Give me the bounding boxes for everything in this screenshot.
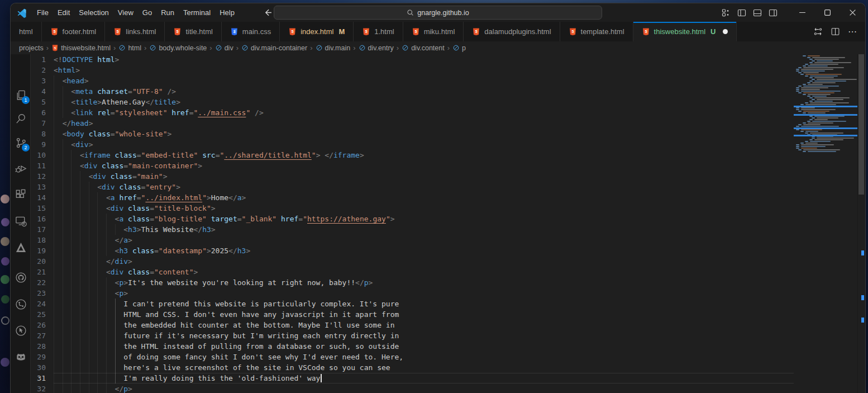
- menu-terminal[interactable]: Terminal: [179, 7, 215, 18]
- toggle-secondary-sidebar-icon[interactable]: [769, 8, 778, 17]
- symbol-element-icon: [402, 44, 409, 51]
- code-line[interactable]: 16 <a class="blog-title" target="_blank"…: [31, 214, 794, 224]
- code-line[interactable]: 12 <div class="main">: [31, 171, 794, 182]
- tab-index.html[interactable]: 5index.htmlM: [280, 22, 354, 41]
- code-line[interactable]: 27 future if it's necessary but I'm writ…: [31, 330, 794, 341]
- activitybar-run-debug[interactable]: [11, 158, 31, 178]
- code-line[interactable]: 2<html>: [31, 65, 794, 75]
- tab-footer.html[interactable]: 5footer.html: [42, 22, 106, 41]
- svg-text:3: 3: [233, 30, 235, 34]
- editor-area[interactable]: 1<!DOCTYPE html>2<html>3 <head>4 <meta c…: [31, 54, 865, 393]
- code-line[interactable]: 23 <p>: [31, 288, 794, 299]
- code-line[interactable]: 30 here's a live screenshot of the site …: [31, 362, 794, 373]
- code-line[interactable]: 11 <div class="main-container">: [31, 160, 794, 171]
- breadcrumb-div.main-container[interactable]: div.main-container: [241, 44, 307, 52]
- tab-template.html[interactable]: 5template.html: [560, 22, 633, 41]
- code-line[interactable]: 5 <title>Athene.Gay</title>: [31, 97, 794, 107]
- activitybar-search[interactable]: [11, 108, 31, 129]
- code-line[interactable]: 1<!DOCTYPE html>: [31, 54, 794, 65]
- activitybar-git-pointer[interactable]: [11, 320, 31, 340]
- desktop-icon: [1, 257, 9, 266]
- tab-miku.html[interactable]: 5miku.html: [403, 22, 464, 41]
- code-line[interactable]: 20 </div>: [31, 256, 794, 267]
- breadcrumb-p[interactable]: p: [452, 44, 466, 52]
- code-line[interactable]: 21 <div class="content">: [31, 267, 794, 277]
- code-line[interactable]: 7 </head>: [31, 118, 794, 129]
- command-center-search[interactable]: gnargle.github.io: [274, 6, 602, 20]
- code-line[interactable]: 29 of doing some fancy shit I don't see …: [31, 352, 794, 362]
- menu-help[interactable]: Help: [215, 7, 239, 18]
- breadcrumb-root[interactable]: projects: [19, 44, 44, 52]
- tab-dalamudplugins.html[interactable]: 5dalamudplugins.html: [464, 22, 560, 41]
- close-button[interactable]: [840, 3, 865, 22]
- tab-main.css[interactable]: 3main.css: [222, 22, 280, 41]
- code-line[interactable]: 31 I'm really doing this the 'old-fashio…: [31, 373, 794, 383]
- code-editor[interactable]: 1<!DOCTYPE html>2<html>3 <head>4 <meta c…: [31, 54, 794, 393]
- activitybar-github[interactable]: [11, 267, 31, 287]
- breadcrumb-div.main[interactable]: div.main: [316, 44, 351, 52]
- tab-1.html[interactable]: 51.html: [354, 22, 403, 41]
- tab-thiswebsite.html[interactable]: 5thiswebsite.htmlU: [633, 22, 737, 41]
- maximize-button[interactable]: [815, 3, 840, 22]
- code-line[interactable]: 24 I can't pretend this website is parti…: [31, 299, 794, 309]
- code-line[interactable]: 18 </a>: [31, 235, 794, 245]
- customize-layout-icon[interactable]: [722, 8, 731, 17]
- tab-links.html[interactable]: 5links.html: [105, 22, 165, 41]
- code-line[interactable]: 19 <h3 class="datestamp">2025</h3>: [31, 245, 794, 256]
- menu-run[interactable]: Run: [156, 7, 179, 18]
- code-line[interactable]: 9 <div>: [31, 139, 794, 150]
- code-line[interactable]: 6 <link rel="stylesheet" href="../main.c…: [31, 107, 794, 118]
- menu-view[interactable]: View: [113, 7, 138, 18]
- breadcrumb-div.content[interactable]: div.content: [402, 44, 445, 52]
- breadcrumb-html[interactable]: html: [118, 44, 141, 52]
- toggle-sidebar-icon[interactable]: [737, 8, 746, 17]
- back-arrow-icon[interactable]: [263, 8, 272, 17]
- line-number: 11: [31, 160, 54, 171]
- activitybar-git-graph[interactable]: [11, 294, 31, 314]
- indent-guide: [63, 330, 63, 341]
- vertical-scrollbar[interactable]: [857, 54, 865, 393]
- scrollbar-slider[interactable]: [859, 54, 864, 195]
- open-changes-icon[interactable]: [813, 27, 823, 36]
- activitybar-extensions[interactable]: [11, 184, 31, 205]
- menu-edit[interactable]: Edit: [53, 7, 74, 18]
- split-editor-icon[interactable]: [831, 27, 840, 36]
- activitybar-godot[interactable]: [11, 347, 31, 367]
- code-line[interactable]: 26 the embedded hit counter at the botto…: [31, 320, 794, 330]
- indent-guide: [97, 288, 98, 299]
- activitybar-explorer[interactable]: 1: [11, 85, 31, 105]
- code-line[interactable]: 13 <div class="entry">: [31, 182, 794, 192]
- breadcrumb-file[interactable]: 5thiswebsite.html: [51, 44, 111, 52]
- indent-guide: [63, 171, 63, 182]
- code-line[interactable]: 10 <iframe class="embed-title" src="../s…: [31, 150, 794, 160]
- breadcrumb-div[interactable]: div: [215, 44, 233, 52]
- toggle-panel-icon[interactable]: [753, 8, 762, 17]
- line-content: <h3>This Website</h3>: [54, 224, 794, 235]
- unsaved-dot-icon[interactable]: [723, 29, 728, 34]
- tab-html[interactable]: html: [11, 22, 42, 41]
- menu-go[interactable]: Go: [138, 7, 156, 18]
- code-line[interactable]: 17 <h3>This Website</h3>: [31, 224, 794, 235]
- activitybar-source-control[interactable]: 2: [11, 132, 31, 153]
- code-line[interactable]: 22 <p>It's the website you're looking at…: [31, 277, 794, 288]
- code-line[interactable]: 32 </p>: [31, 383, 794, 393]
- minimize-button[interactable]: [790, 3, 815, 22]
- minimap[interactable]: [794, 54, 857, 393]
- code-line[interactable]: 4 <meta charset="UTF-8" />: [31, 86, 794, 97]
- menu-file[interactable]: File: [32, 7, 53, 18]
- code-line[interactable]: 14 <a href="../index.html">Home</a>: [31, 192, 794, 203]
- more-actions-icon[interactable]: ⋯: [848, 26, 857, 37]
- code-line[interactable]: 28 the HTML instead of pulling from a da…: [31, 341, 794, 352]
- breadcrumb-div.entry[interactable]: div.entry: [359, 44, 394, 52]
- code-line[interactable]: 3 <head>: [31, 75, 794, 86]
- menu-selection[interactable]: Selection: [74, 7, 113, 18]
- tab-title.html[interactable]: 5title.html: [165, 22, 221, 41]
- indent-guide: [80, 352, 80, 362]
- line-content: <h3 class="datestamp">2025</h3>: [54, 245, 794, 256]
- code-line[interactable]: 8 <body class="whole-site">: [31, 129, 794, 139]
- activitybar-a-logo[interactable]: [11, 237, 31, 257]
- code-line[interactable]: 25 HTML and CSS. I don't even have any j…: [31, 309, 794, 320]
- breadcrumb-body.whole-site[interactable]: body.whole-site: [149, 44, 207, 52]
- activitybar-remote-explorer[interactable]: [11, 211, 31, 231]
- code-line[interactable]: 15 <div class="title-block">: [31, 203, 794, 214]
